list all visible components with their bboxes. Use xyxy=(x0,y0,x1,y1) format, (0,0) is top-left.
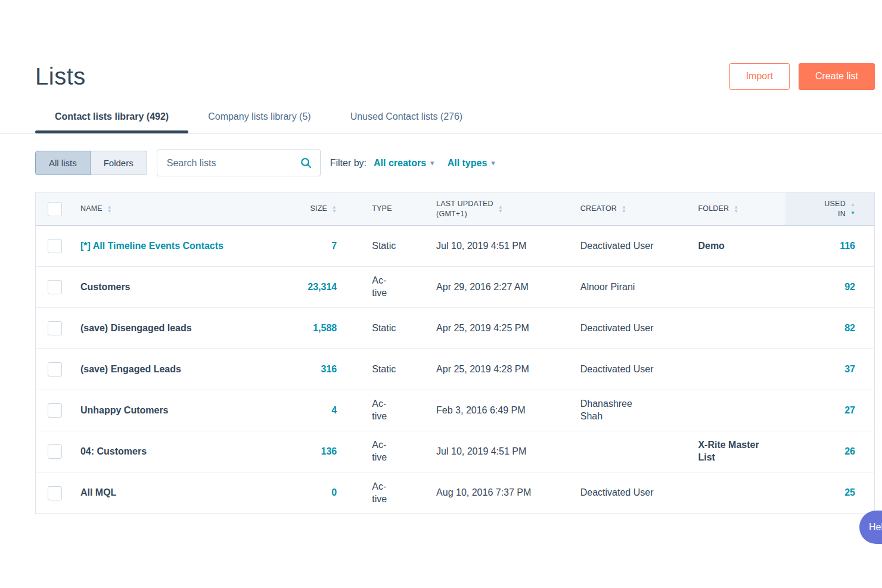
list-type: Static xyxy=(372,322,396,335)
help-button[interactable]: Help xyxy=(859,511,882,544)
column-label: NAME xyxy=(80,204,103,213)
column-label: LAST UPDATED (GMT+1) xyxy=(436,199,493,219)
list-folder-link[interactable]: Demo xyxy=(698,240,724,253)
sort-icon: ▲▼ xyxy=(622,205,626,213)
toggle-folders[interactable]: Folders xyxy=(91,151,147,175)
list-last-updated: Apr 25, 2019 4:25 PM xyxy=(436,322,529,335)
column-header-last-updated[interactable]: LAST UPDATED (GMT+1) ▲▼ xyxy=(425,192,570,225)
filter-by-group: Filter by: All creators ▾ All types ▾ xyxy=(330,158,508,169)
table-row: (save) Engaged Leads 316 Static Apr 25, … xyxy=(36,349,874,390)
chevron-down-icon: ▾ xyxy=(491,158,495,167)
sort-icon: ▲▼ xyxy=(332,205,337,213)
tab-unused-contact-lists[interactable]: Unused Contact lists (276) xyxy=(331,100,483,133)
page-title: Lists xyxy=(35,63,86,90)
page-header: Lists Import Create list xyxy=(35,62,875,91)
list-type: Ac- tive xyxy=(372,481,387,506)
list-name-link[interactable]: (save) Disengaged leads xyxy=(80,322,192,335)
create-list-button[interactable]: Create list xyxy=(799,63,875,90)
column-label: TYPE xyxy=(372,204,392,213)
list-folder-link[interactable]: X-Rite Master List xyxy=(698,439,759,464)
tab-company-lists-library[interactable]: Company lists library (5) xyxy=(188,100,330,133)
table-row: (save) Disengaged leads 1,588 Static Apr… xyxy=(36,308,874,349)
table-row: [*] All Timeline Events Contacts 7 Stati… xyxy=(36,226,874,267)
tab-label: Company lists library (5) xyxy=(208,111,310,122)
list-used-in-link[interactable]: 27 xyxy=(844,405,855,417)
list-used-in-link[interactable]: 92 xyxy=(844,281,855,294)
all-types-dropdown[interactable]: All types ▾ xyxy=(448,158,495,169)
header-actions: Import Create list xyxy=(729,63,875,90)
sort-icon: ▲▼ xyxy=(734,205,738,213)
table-row: 04: Customers 136 Ac- tive Jul 10, 2019 … xyxy=(36,431,874,472)
filter-row: All lists Folders Filter by: All creator… xyxy=(35,150,875,176)
sort-descending-icon: ▲▼ xyxy=(850,201,855,217)
list-size-link[interactable]: 7 xyxy=(331,240,337,253)
list-used-in-link[interactable]: 26 xyxy=(844,446,855,458)
toggle-all-lists[interactable]: All lists xyxy=(35,151,91,175)
column-header-creator[interactable]: CREATOR ▲▼ xyxy=(570,192,687,225)
column-label: USED IN xyxy=(824,199,846,219)
import-button[interactable]: Import xyxy=(729,63,790,90)
help-label: Help xyxy=(869,522,882,533)
list-size-link[interactable]: 4 xyxy=(331,405,337,417)
list-creator: Deactivated User xyxy=(580,363,654,376)
column-label: SIZE xyxy=(310,204,328,213)
table-header-row: NAME ▲▼ SIZE ▲▼ TYPE LAST UPDATED (GMT+1… xyxy=(36,192,874,226)
table-row: Unhappy Cutomers 4 Ac- tive Feb 3, 2016 … xyxy=(36,390,874,431)
column-header-folder[interactable]: FOLDER ▲▼ xyxy=(687,192,785,225)
row-checkbox[interactable] xyxy=(48,239,62,253)
list-size-link[interactable]: 1,588 xyxy=(313,322,337,335)
list-used-in-link[interactable]: 25 xyxy=(844,487,855,499)
row-checkbox[interactable] xyxy=(48,280,62,294)
list-type: Ac- tive xyxy=(372,398,387,423)
search-icon[interactable] xyxy=(300,157,312,169)
list-creator: Deactivated User xyxy=(580,487,654,499)
column-header-type[interactable]: TYPE xyxy=(356,192,425,225)
list-name-link[interactable]: [*] All Timeline Events Contacts xyxy=(80,240,223,253)
list-size-link[interactable]: 0 xyxy=(331,487,337,499)
list-creator: Deactivated User xyxy=(580,240,654,253)
list-name-link[interactable]: 04: Customers xyxy=(80,446,147,458)
list-creator: Dhanashree Shah xyxy=(580,398,632,423)
sort-icon: ▲▼ xyxy=(498,205,503,213)
list-type: Static xyxy=(372,363,396,376)
list-type: Ac- tive xyxy=(372,275,387,300)
column-header-size[interactable]: SIZE ▲▼ xyxy=(289,192,356,225)
filter-by-label: Filter by: xyxy=(330,158,367,169)
select-all-checkbox[interactable] xyxy=(48,202,62,216)
list-type: Static xyxy=(372,240,396,253)
list-name-link[interactable]: (save) Engaged Leads xyxy=(80,363,181,376)
table-row: Customers 23,314 Ac- tive Apr 29, 2016 2… xyxy=(36,267,874,308)
list-size-link[interactable]: 136 xyxy=(321,446,337,458)
all-creators-dropdown[interactable]: All creators ▾ xyxy=(374,158,434,169)
list-name-link[interactable]: Unhappy Cutomers xyxy=(80,405,169,417)
column-label: CREATOR xyxy=(580,204,617,213)
list-name-link[interactable]: All MQL xyxy=(80,487,116,499)
row-checkbox[interactable] xyxy=(48,486,62,500)
column-header-name[interactable]: NAME ▲▼ xyxy=(73,192,289,225)
row-checkbox[interactable] xyxy=(48,444,62,459)
all-creators-value: All creators xyxy=(374,158,426,169)
list-last-updated: Feb 3, 2016 6:49 PM xyxy=(436,405,525,417)
chevron-down-icon: ▾ xyxy=(430,158,434,167)
row-checkbox[interactable] xyxy=(48,321,62,335)
list-used-in-link[interactable]: 37 xyxy=(844,363,855,376)
list-name-link[interactable]: Customers xyxy=(80,281,131,294)
list-used-in-link[interactable]: 82 xyxy=(844,322,855,335)
row-checkbox[interactable] xyxy=(48,403,62,418)
search-box xyxy=(157,150,321,176)
table-row: All MQL 0 Ac- tive Aug 10, 2016 7:37 PM … xyxy=(36,472,874,514)
tab-contact-lists-library[interactable]: Contact lists library (492) xyxy=(35,100,188,133)
list-creator: Alnoor Pirani xyxy=(580,281,635,294)
tab-label: Unused Contact lists (276) xyxy=(350,111,463,122)
list-last-updated: Apr 29, 2016 2:27 AM xyxy=(436,281,529,294)
list-size-link[interactable]: 23,314 xyxy=(308,281,337,294)
lists-table: NAME ▲▼ SIZE ▲▼ TYPE LAST UPDATED (GMT+1… xyxy=(35,192,875,514)
search-input[interactable] xyxy=(157,158,300,169)
list-used-in-link[interactable]: 116 xyxy=(840,240,855,253)
view-toggle: All lists Folders xyxy=(35,151,147,175)
row-checkbox[interactable] xyxy=(48,362,62,377)
list-size-link[interactable]: 316 xyxy=(321,363,337,376)
list-type: Ac- tive xyxy=(372,439,387,464)
column-header-used-in[interactable]: USED IN ▲▼ xyxy=(785,192,874,225)
list-creator: Deactivated User xyxy=(580,322,654,335)
